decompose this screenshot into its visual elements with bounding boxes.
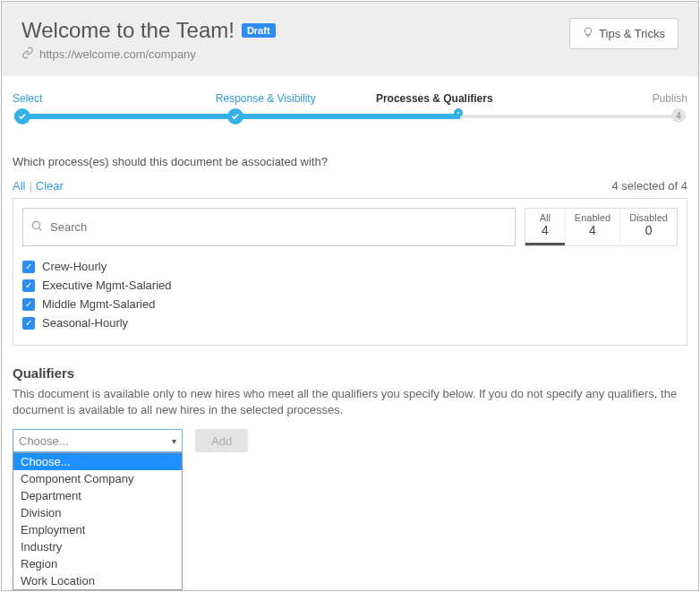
- count-tabs: All 4 Enabled 4 Disabled 0: [525, 208, 678, 246]
- step-node-1[interactable]: [14, 108, 30, 124]
- title-wrap: Welcome to the Team! Draft https://welco…: [21, 18, 569, 62]
- page-title-text: Welcome to the Team!: [21, 18, 235, 43]
- tab-enabled[interactable]: Enabled 4: [565, 209, 619, 245]
- qualifier-row: Choose... ▾ Choose... Component Company …: [13, 429, 687, 452]
- process-list-box: All 4 Enabled 4 Disabled 0 ✓ Cre: [13, 198, 687, 346]
- search-icon: [30, 219, 43, 235]
- checkbox-checked-icon[interactable]: ✓: [22, 261, 35, 273]
- list-item[interactable]: ✓ Crew-Hourly: [22, 257, 678, 276]
- search-area: All 4 Enabled 4 Disabled 0: [22, 208, 678, 246]
- process-label: Crew-Hourly: [42, 260, 107, 273]
- status-badge: Draft: [242, 23, 276, 38]
- qualifiers-heading: Qualifiers: [13, 365, 687, 381]
- filter-row: All | Clear 4 selected of 4: [13, 179, 687, 193]
- clear-link[interactable]: Clear: [36, 179, 64, 193]
- chevron-down-icon: ▾: [172, 436, 176, 446]
- list-item[interactable]: ✓ Seasonal-Hourly: [22, 313, 678, 332]
- list-item[interactable]: ✓ Executive Mgmt-Salaried: [22, 276, 678, 295]
- checkbox-checked-icon[interactable]: ✓: [22, 317, 35, 330]
- tab-all-label: All: [534, 212, 556, 223]
- step-select[interactable]: Select: [13, 92, 182, 105]
- link-icon: [21, 47, 34, 62]
- list-item[interactable]: ✓ Middle Mgmt-Salaried: [22, 295, 678, 313]
- lightbulb-icon: [583, 26, 593, 41]
- step-node-3[interactable]: [454, 108, 463, 117]
- checkbox-checked-icon[interactable]: ✓: [22, 279, 35, 292]
- stepper-track: 4: [13, 108, 687, 124]
- tab-all[interactable]: All 4: [525, 209, 565, 245]
- dropdown-option[interactable]: Employment: [13, 521, 182, 538]
- tab-enabled-count: 4: [589, 223, 596, 237]
- step-node-4[interactable]: 4: [671, 108, 686, 123]
- search-wrap[interactable]: [22, 208, 516, 246]
- dropdown-option[interactable]: Region: [13, 555, 182, 572]
- qualifier-select-value: Choose...: [19, 434, 69, 448]
- process-label: Seasonal-Hourly: [42, 316, 128, 330]
- process-label: Middle Mgmt-Salaried: [42, 297, 155, 311]
- step-response-visibility[interactable]: Response & Visibility: [182, 92, 351, 105]
- source-row: https://welcome.com/company: [21, 47, 569, 62]
- page-frame: Welcome to the Team! Draft https://welco…: [1, 1, 699, 591]
- tab-disabled-label: Disabled: [629, 212, 668, 223]
- dropdown-option[interactable]: Department: [13, 487, 182, 504]
- separator: |: [29, 179, 31, 193]
- process-list: ✓ Crew-Hourly ✓ Executive Mgmt-Salaried …: [22, 257, 678, 336]
- tab-disabled[interactable]: Disabled 0: [619, 209, 677, 245]
- dropdown-option[interactable]: Component Company: [13, 470, 182, 487]
- step-processes-qualifiers[interactable]: Processes & Qualifiers: [350, 92, 519, 105]
- step-publish[interactable]: Publish: [519, 92, 688, 105]
- dropdown-option[interactable]: Work Location: [13, 572, 182, 589]
- checkbox-checked-icon[interactable]: ✓: [22, 298, 35, 311]
- tab-disabled-count: 0: [645, 223, 653, 237]
- svg-point-0: [32, 221, 39, 228]
- tab-enabled-label: Enabled: [575, 212, 610, 223]
- page-title: Welcome to the Team! Draft: [21, 18, 569, 43]
- step-labels: Select Response & Visibility Processes &…: [13, 92, 687, 105]
- dropdown-option[interactable]: Industry: [13, 538, 182, 555]
- tab-all-count: 4: [542, 223, 549, 237]
- source-url: https://welcome.com/company: [39, 47, 196, 61]
- svg-line-1: [39, 228, 42, 231]
- wizard-stepper: Select Response & Visibility Processes &…: [2, 76, 698, 132]
- qualifier-dropdown: Choose... Component Company Department D…: [13, 452, 183, 590]
- step-node-2[interactable]: [227, 108, 243, 124]
- search-input[interactable]: [48, 219, 508, 235]
- tips-tricks-label: Tips & Tricks: [599, 27, 665, 40]
- process-label: Executive Mgmt-Salaried: [42, 279, 172, 292]
- process-question: Which process(es) should this document b…: [13, 155, 687, 168]
- select-all-link[interactable]: All: [13, 179, 25, 193]
- dropdown-option[interactable]: Choose...: [13, 453, 182, 470]
- page-header: Welcome to the Team! Draft https://welco…: [2, 2, 698, 76]
- dropdown-option[interactable]: Division: [13, 504, 182, 521]
- filter-links: All | Clear: [13, 179, 64, 193]
- qualifiers-description: This document is available only to new h…: [13, 386, 687, 418]
- selected-count: 4 selected of 4: [611, 179, 687, 193]
- content-area: Which process(es) should this document b…: [2, 132, 698, 452]
- add-qualifier-button[interactable]: Add: [195, 429, 248, 452]
- tips-tricks-button[interactable]: Tips & Tricks: [569, 18, 679, 49]
- qualifier-select[interactable]: Choose... ▾: [13, 429, 183, 452]
